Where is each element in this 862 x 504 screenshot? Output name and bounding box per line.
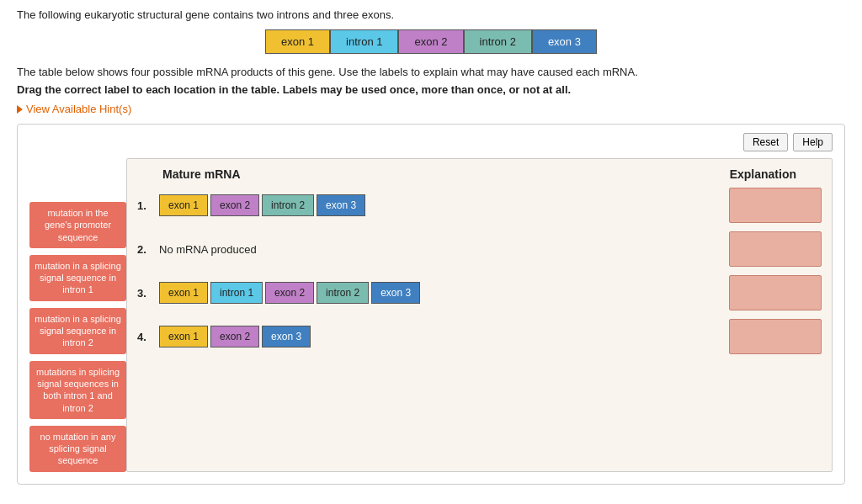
row1-exon3: exon 3	[317, 194, 365, 216]
drag-instruction: Drag the correct label to each location …	[17, 83, 845, 96]
row-1-mrna-content: exon 1 exon 2 intron 2 exon 3	[159, 194, 722, 216]
gene-exon2: exon 2	[398, 29, 463, 54]
label-card-4[interactable]: mutations in splicing signal sequences i…	[29, 361, 126, 419]
row1-exon1: exon 1	[159, 194, 208, 216]
content-area: mutation in the gene's promoter sequence…	[29, 158, 833, 472]
hint-label: View Available Hint(s)	[26, 103, 131, 115]
row-1-explanation-drop[interactable]	[729, 188, 822, 223]
label-card-5[interactable]: no mutation in any splicing signal seque…	[29, 426, 126, 472]
table-area: Mature mRNA Explanation 1. exon 1 exon 2…	[126, 158, 833, 472]
gene-diagram: exon 1 intron 1 exon 2 intron 2 exon 3	[17, 29, 845, 54]
table-description: The table below shows four possible mRNA…	[17, 66, 845, 78]
col-header-mrna: Mature mRNA	[162, 167, 241, 181]
row-4-explanation-drop[interactable]	[729, 319, 822, 354]
row-3-mrna-content: exon 1 intron 1 exon 2 intron 2 exon 3	[159, 282, 722, 304]
gene-intron2: intron 2	[464, 29, 532, 54]
help-button[interactable]: Help	[793, 133, 833, 151]
row3-intron2: intron 2	[317, 282, 369, 304]
table-row-3: 3. exon 1 intron 1 exon 2 intron 2 exon …	[137, 275, 822, 310]
toolbar: Reset Help	[29, 133, 833, 151]
row-2-num: 2.	[137, 243, 152, 256]
label-card-2[interactable]: mutation in a splicing signal sequence i…	[29, 255, 126, 301]
labels-panel: mutation in the gene's promoter sequence…	[29, 158, 126, 472]
row1-intron2: intron 2	[262, 194, 314, 216]
hint-link[interactable]: View Available Hint(s)	[17, 103, 845, 115]
label-card-1[interactable]: mutation in the gene's promoter sequence	[29, 202, 126, 248]
row-4-mrna-content: exon 1 exon 2 exon 3	[159, 326, 722, 347]
row-2-no-mrna: No mRNA produced	[159, 243, 257, 256]
table-header-row: Mature mRNA Explanation	[137, 167, 822, 181]
row3-exon1: exon 1	[159, 282, 208, 304]
col-header-explanation: Explanation	[730, 167, 796, 181]
label-card-3[interactable]: mutation in a splicing signal sequence i…	[29, 308, 126, 354]
gene-exon3: exon 3	[532, 29, 597, 54]
gene-exon1: exon 1	[265, 29, 330, 54]
row-3-explanation-drop[interactable]	[729, 275, 822, 310]
row4-exon3: exon 3	[262, 326, 311, 347]
row-3-num: 3.	[137, 287, 152, 300]
row3-intron1: intron 1	[210, 282, 263, 304]
table-row-2: 2. No mRNA produced	[137, 231, 822, 267]
row1-exon2: exon 2	[210, 194, 259, 216]
table-row-4: 4. exon 1 exon 2 exon 3	[137, 319, 822, 354]
row3-exon3: exon 3	[371, 282, 420, 304]
row3-exon2: exon 2	[265, 282, 314, 304]
row-2-explanation-drop[interactable]	[729, 231, 822, 267]
row4-exon1: exon 1	[159, 326, 208, 347]
table-row-1: 1. exon 1 exon 2 intron 2 exon 3	[137, 188, 822, 223]
row4-exon2: exon 2	[210, 326, 259, 347]
intro-text: The following eukaryotic structural gene…	[17, 8, 845, 21]
row-2-mrna-content: No mRNA produced	[159, 243, 722, 256]
main-container: Reset Help mutation in the gene's promot…	[17, 124, 845, 485]
hint-triangle-icon	[17, 105, 23, 114]
reset-button[interactable]: Reset	[743, 133, 788, 151]
row-1-num: 1.	[137, 199, 152, 212]
row-4-num: 4.	[137, 331, 152, 343]
gene-intron1: intron 1	[330, 29, 398, 54]
